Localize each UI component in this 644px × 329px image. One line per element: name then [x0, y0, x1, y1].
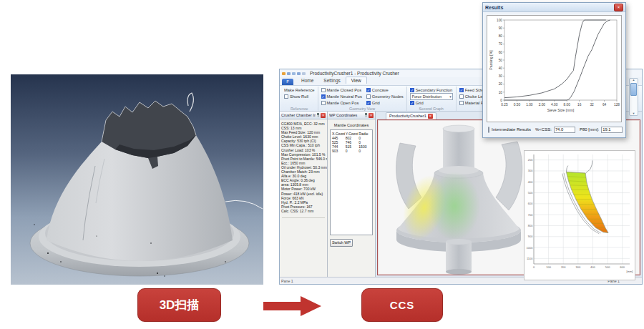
- svg-text:0: 0: [500, 99, 502, 102]
- info-line: Power: 418 kW (excl. idle): [281, 192, 326, 196]
- intermediate-results-checkbox[interactable]: [488, 127, 489, 133]
- checkbox-geometry-nodes[interactable]: [366, 94, 371, 99]
- chamber-view-area[interactable]: 0100200300400500600200300400500600700800…: [377, 119, 640, 275]
- checkbox-mantle-neutral-pos[interactable]: ✓: [321, 94, 326, 99]
- switch-wp-button[interactable]: Switch WP: [330, 239, 353, 247]
- wp-panel-header: WP Coordinates ×: [328, 112, 375, 119]
- svg-text:0.50: 0.50: [514, 103, 521, 107]
- svg-text:80: 80: [499, 34, 503, 38]
- svg-text:0.25: 0.25: [501, 103, 508, 107]
- results-titlebar[interactable]: Results ×: [483, 3, 625, 12]
- 3d-scan-viewport: [11, 74, 263, 285]
- info-line: CSS Min Capa.: 510 tph: [281, 143, 326, 147]
- ribbon-item-mantle-closed-pos[interactable]: Mantle Closed Pos: [321, 87, 362, 92]
- scanned-mantle-mesh: [11, 74, 263, 285]
- document-tab-label: ProductivityCrusher1: [389, 114, 426, 119]
- table-row[interactable]: 90300: [331, 149, 371, 153]
- vertical-scrollbar[interactable]: ▲ ▼: [629, 78, 638, 116]
- concave-segment-right: [496, 142, 522, 210]
- ribbon-item-geometry-nodes[interactable]: Geometry Nodes: [366, 94, 404, 99]
- checkbox-secondary-function[interactable]: ✓: [410, 88, 414, 92]
- quick-access-icon[interactable]: [292, 72, 296, 75]
- label-3d-scan: 3D扫描: [137, 288, 221, 322]
- svg-text:600: 600: [528, 202, 533, 205]
- chamber-info-body: CG800 MF/A, ECC: 32 mmCSS: 13 mmMax Feed…: [280, 119, 327, 277]
- svg-text:100: 100: [546, 265, 551, 269]
- svg-text:Sieve Size [mm]: Sieve Size [mm]: [547, 108, 575, 112]
- svg-text:[mm]: [mm]: [627, 270, 633, 273]
- ribbon-item-grid[interactable]: ✓Grid: [366, 100, 404, 105]
- svg-text:20: 20: [499, 82, 503, 86]
- checkbox-choke-level[interactable]: [459, 94, 464, 99]
- checkbox-mantle-closed-pos[interactable]: [321, 88, 326, 92]
- ribbon-item-make-reference[interactable]: Make Reference: [284, 87, 315, 92]
- checkbox-feed-size[interactable]: ✓: [459, 88, 464, 92]
- ribbon-item-mantle-open-pos[interactable]: Mantle Open Pos: [321, 100, 362, 105]
- checkbox-mantle-open-pos[interactable]: [321, 101, 326, 105]
- css-value-field[interactable]: [554, 127, 575, 133]
- svg-text:300: 300: [528, 169, 533, 172]
- chamber-info-header: Crusher Chamber Info. ×: [280, 112, 327, 119]
- svg-text:50: 50: [499, 59, 503, 62]
- svg-text:40: 40: [499, 67, 503, 70]
- pin-icon[interactable]: [364, 113, 368, 117]
- p80-label: P80 [mm]:: [580, 127, 599, 132]
- close-icon[interactable]: ×: [614, 4, 623, 11]
- svg-text:10: 10: [499, 91, 503, 94]
- wear-zone-green: [429, 172, 480, 240]
- close-icon[interactable]: ×: [428, 114, 433, 119]
- svg-text:500: 500: [528, 191, 533, 195]
- wp-coordinates-table[interactable]: X-CoordY-CoordRadie445802052574607445151…: [330, 129, 373, 235]
- label-ccs: CCS: [361, 288, 443, 322]
- dropdown-force-distribution[interactable]: Force Distribution▾: [410, 93, 453, 100]
- svg-text:90: 90: [499, 26, 503, 30]
- checkbox-grid[interactable]: ✓: [410, 101, 414, 105]
- svg-text:0: 0: [533, 265, 535, 269]
- svg-text:70: 70: [499, 42, 503, 46]
- divider: [282, 217, 325, 218]
- svg-text:500: 500: [605, 265, 610, 269]
- svg-text:16: 16: [577, 103, 582, 107]
- css-label: %<CSS:: [535, 127, 552, 132]
- scroll-down-icon[interactable]: ▼: [630, 112, 638, 115]
- document-tab[interactable]: ProductivityCrusher1 ×: [386, 112, 436, 119]
- svg-text:2.00: 2.00: [539, 103, 546, 107]
- quick-access-icon[interactable]: [287, 72, 291, 75]
- ribbon-item-show-roll[interactable]: Show Roll: [284, 94, 315, 99]
- y-axis: 0102030405060708090100Passing [%]: [489, 19, 504, 102]
- svg-text:300: 300: [576, 265, 581, 269]
- chamber-info-panel: Crusher Chamber Info. × CG800 MF/A, ECC:…: [280, 112, 328, 277]
- svg-text:128: 128: [614, 103, 620, 107]
- p80-value-field[interactable]: [601, 127, 623, 133]
- tab-view[interactable]: View: [346, 77, 367, 84]
- tab-home[interactable]: Home: [296, 77, 318, 84]
- sieve-chart: 0102030405060708090100Passing [%]0.250.5…: [487, 15, 622, 122]
- checkbox-show-roll[interactable]: [284, 94, 288, 99]
- info-line: Max Compression: 101.5 %: [281, 152, 326, 157]
- svg-text:32: 32: [590, 103, 594, 107]
- scrollbar-thumb[interactable]: [630, 83, 637, 96]
- ribbon-item-concave[interactable]: ✓Concave: [366, 87, 404, 92]
- svg-text:200: 200: [528, 158, 533, 162]
- scroll-up-icon[interactable]: ▲: [630, 78, 638, 82]
- ribbon-group-geometry-view: Mantle Closed Pos✓Mantle Neutral PosMant…: [318, 87, 407, 111]
- pin-icon[interactable]: [316, 113, 320, 117]
- svg-text:4.00: 4.00: [551, 103, 558, 107]
- ribbon-item-mantle-neutral-pos[interactable]: ✓Mantle Neutral Pos: [321, 94, 362, 99]
- ribbon-item-force-distribution[interactable]: Force Distribution▾: [410, 94, 453, 99]
- checkbox-material-flow[interactable]: [459, 101, 464, 105]
- label-ccs-text: CCS: [390, 299, 415, 311]
- checkbox-concave[interactable]: ✓: [366, 88, 371, 92]
- ribbon-item-grid[interactable]: ✓Grid: [410, 100, 453, 105]
- ribbon-item-secondary-function[interactable]: ✓Secondary Function: [410, 87, 453, 92]
- svg-text:1000: 1000: [527, 246, 534, 250]
- wp-subtitle: Mantle Coordinates: [329, 123, 374, 127]
- series-concave-top-edge: [586, 160, 592, 173]
- svg-text:200: 200: [561, 265, 566, 269]
- close-icon[interactable]: ×: [369, 113, 374, 118]
- tab-settings[interactable]: Settings: [318, 77, 346, 84]
- results-title: Results: [485, 5, 614, 10]
- close-icon[interactable]: ×: [321, 113, 326, 118]
- checkbox-grid[interactable]: ✓: [366, 101, 371, 105]
- file-tab[interactable]: F: [282, 79, 293, 85]
